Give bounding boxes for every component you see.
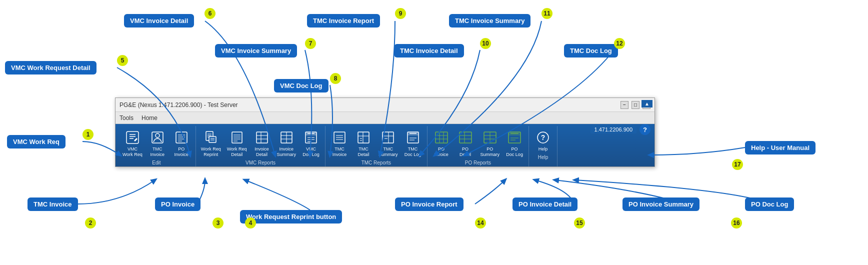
menu-home[interactable]: Home [142,114,158,122]
tmc-doc-log-button[interactable]: TMCDoc Log [402,128,424,159]
tmc-invoice-label: TMCInvoice [150,146,165,158]
ribbon-group-tmc: TMCInvoice TMCDetail TMCSummary [326,126,428,166]
ribbon-collapse-button[interactable]: ▲ [642,100,652,108]
work-req-reprint-label: Work ReqReprint [201,146,221,158]
po-doc-log-label: PODoc Log [506,146,523,158]
svg-rect-18 [232,132,242,143]
tooltip-tmc-invoice: TMC Invoice [28,198,78,211]
badge-3: 3 [212,218,224,228]
work-req-reprint-icon [203,130,219,146]
help-group-label: Help [532,154,554,161]
tooltip-vmc-work-request-detail: VMC Work Request Detail [5,61,96,74]
svg-text:?: ? [541,134,546,142]
invoice-detail-button[interactable]: InvoiceDetail [251,128,273,159]
svg-rect-6 [176,132,187,143]
title-bar-text: PG&E (Nexus 1.471.2206.900) - Test Serve… [120,102,238,108]
help-question-icon: ? [535,130,551,146]
ribbon-group-vmc: Work ReqReprint Work ReqDetail InvoiceDe… [196,126,326,166]
po-invoice-report-button[interactable]: POInvoice [430,128,452,159]
tmc-doc-log-icon [405,130,421,146]
tmc-invoice-report-button[interactable]: TMCInvoice [328,128,350,159]
badge-4: 4 [245,218,256,228]
tmc-invoice-icon [150,130,166,146]
help-button[interactable]: ? Help [532,128,554,154]
tmc-invoice-report-icon [332,130,348,146]
vmc-doc-log-label: VMCDoc Log [302,146,320,158]
vmc-doc-log-button[interactable]: VMCDoc Log [300,128,322,159]
tmc-reports-label: TMC Reports [328,160,424,166]
tmc-detail-label: TMCDetail [358,146,370,158]
tooltip-vmc-work-req: VMC Work Req [7,135,66,148]
title-bar: PG&E (Nexus 1.471.2206.900) - Test Serve… [116,98,654,112]
badge-11: 11 [542,8,552,19]
vmc-work-req-button[interactable]: VMCWork Req [120,128,144,159]
tooltip-tmc-invoice-summary: TMC Invoice Summary [449,14,530,28]
badge-17: 17 [732,159,743,170]
invoice-summary-button[interactable]: InvoiceSummary [275,128,298,159]
po-invoice-report-label: POInvoice [434,146,448,158]
minimize-button[interactable]: − [620,101,628,109]
badge-15: 15 [574,218,585,228]
svg-rect-46 [382,132,394,143]
tmc-detail-icon [356,130,372,146]
vmc-doc-log-icon [303,130,319,146]
tmc-summary-button[interactable]: TMCSummary [376,128,400,159]
po-invoice-icon [174,130,190,146]
tmc-summary-icon [380,130,396,146]
badge-12: 12 [614,38,625,49]
invoice-summary-label: InvoiceSummary [277,146,296,158]
badge-10: 10 [480,38,491,49]
tooltip-vmc-invoice-detail: VMC Invoice Detail [124,14,194,28]
svg-rect-23 [256,132,268,143]
invoice-detail-icon [254,130,270,146]
tmc-summary-label: TMCSummary [378,146,398,158]
svg-rect-0 [126,132,138,144]
po-invoice-button[interactable]: POInvoice [170,128,192,159]
po-summary-icon [482,130,498,146]
po-detail-button[interactable]: PODetail [454,128,476,159]
work-req-reprint-button[interactable]: Work ReqReprint [199,128,223,159]
svg-rect-55 [436,132,448,143]
tmc-detail-button[interactable]: TMCDetail [352,128,374,159]
version-label: 1.471.2206.900 [590,126,636,134]
help-label: Help [538,146,548,152]
ribbon-content: VMCWork Req TMCInvoice POInvoice [118,126,652,166]
tooltip-po-invoice-report: PO Invoice Report [395,198,464,211]
tooltip-po-invoice: PO Invoice [155,198,200,211]
svg-rect-60 [460,132,472,143]
badge-6: 6 [204,8,216,19]
badge-5: 5 [117,55,128,66]
invoice-summary-icon [278,130,294,146]
po-reports-label: PO Reports [430,160,526,166]
work-req-detail-button[interactable]: Work ReqDetail [225,128,249,159]
maximize-button[interactable]: □ [632,101,640,109]
ribbon-group-edit: VMCWork Req TMCInvoice POInvoice [118,126,196,166]
tooltip-vmc-doc-log: VMC Doc Log [274,79,328,92]
po-invoice-report-icon [434,130,450,146]
tooltip-tmc-invoice-report: TMC Invoice Report [307,14,380,28]
po-summary-label: POSummary [480,146,500,158]
svg-rect-15 [209,136,216,142]
po-summary-button[interactable]: POSummary [478,128,502,159]
help-icon[interactable]: ? [640,124,650,135]
ribbon-group-help: ? Help Help [529,126,558,166]
pencil-icon [124,130,140,146]
edit-group-label: Edit [120,160,192,166]
vmc-work-req-label: VMCWork Req [122,146,142,158]
po-invoice-label: POInvoice [174,146,189,158]
ribbon-group-po: POInvoice PODetail POSummary [428,126,530,166]
tooltip-help-user-manual: Help - User Manual [745,141,816,154]
tooltip-po-invoice-summary: PO Invoice Summary [622,198,700,211]
menu-tools[interactable]: Tools [120,114,134,122]
po-doc-log-button[interactable]: PODoc Log [504,128,526,159]
svg-point-5 [156,134,160,138]
invoice-detail-label: InvoiceDetail [254,146,269,158]
vmc-reports-label: VMC Reports [199,160,322,166]
badge-16: 16 [731,218,742,228]
badge-14: 14 [475,218,486,228]
menu-bar: Tools Home 1.471.2206.900 ? [116,112,654,124]
po-detail-label: PODetail [460,146,471,158]
badge-7: 7 [305,38,316,49]
tmc-invoice-button[interactable]: TMCInvoice [146,128,168,159]
tooltip-po-doc-log: PO Doc Log [745,198,794,211]
